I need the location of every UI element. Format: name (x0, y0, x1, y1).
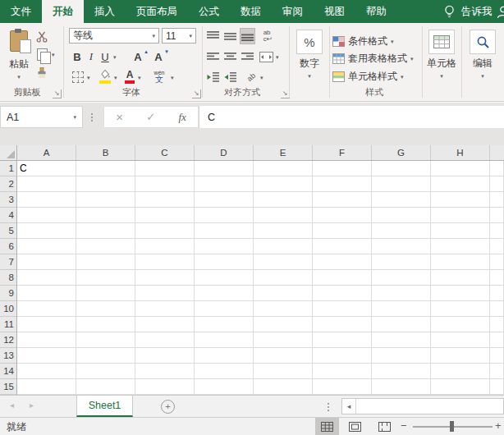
cell-C14[interactable] (135, 364, 195, 379)
cell-F12[interactable] (313, 332, 372, 348)
cell-D5[interactable] (195, 223, 254, 239)
cell-partial-row6[interactable] (490, 239, 504, 254)
cell-A2[interactable] (17, 176, 76, 192)
cell-A9[interactable] (17, 286, 76, 301)
orientation-dropdown-icon[interactable]: ▾ (260, 75, 263, 81)
cell-partial-row8[interactable] (490, 270, 504, 286)
cell-styles-button[interactable]: 单元格样式 ▾ (332, 70, 404, 84)
align-right-button[interactable] (240, 48, 255, 65)
cell-B10[interactable] (76, 301, 135, 317)
tab-scrollbar-splitter[interactable] (328, 401, 329, 413)
cell-C4[interactable] (135, 208, 195, 223)
align-bottom-button[interactable] (240, 28, 255, 44)
phonetic-dropdown-icon[interactable]: ▾ (171, 75, 174, 81)
tab-data[interactable]: 数据 (230, 0, 272, 23)
phonetic-guide-button[interactable]: wén 文 (150, 67, 168, 85)
cell-E4[interactable] (254, 208, 313, 223)
borders-button[interactable] (71, 69, 85, 85)
cell-B13[interactable] (76, 348, 135, 364)
cell-D13[interactable] (195, 348, 254, 364)
cell-F15[interactable] (313, 379, 372, 395)
cell-partial-row4[interactable] (490, 208, 504, 223)
insert-function-icon[interactable]: fx (178, 111, 186, 124)
copy-dropdown-icon[interactable]: ▾ (52, 52, 55, 58)
cell-C5[interactable] (135, 223, 195, 239)
column-header-D[interactable]: D (195, 145, 254, 160)
format-as-table-button[interactable]: 套用表格格式 ▾ (332, 52, 414, 66)
cell-C12[interactable] (135, 332, 195, 348)
cell-E10[interactable] (254, 301, 313, 317)
format-painter-button[interactable] (33, 66, 51, 80)
cell-B6[interactable] (76, 239, 135, 254)
underline-dropdown-icon[interactable]: ▾ (113, 54, 117, 61)
paste-button[interactable]: 粘贴 ▾ (4, 27, 34, 89)
cell-H1[interactable] (431, 161, 490, 176)
number-group-button[interactable]: % 数字 ▾ (293, 30, 326, 80)
font-color-button[interactable]: A (123, 67, 136, 85)
cell-H2[interactable] (431, 176, 490, 192)
borders-dropdown-icon[interactable]: ▾ (87, 75, 90, 81)
cell-G8[interactable] (372, 270, 431, 286)
cell-F4[interactable] (313, 208, 372, 223)
cell-G10[interactable] (372, 301, 431, 317)
cell-G1[interactable] (372, 161, 431, 176)
cell-B1[interactable] (76, 161, 135, 176)
row-header-2[interactable]: 2 (0, 176, 16, 192)
row-header-1[interactable]: 1 (0, 161, 16, 176)
cell-F1[interactable] (313, 161, 372, 176)
align-center-button[interactable] (222, 48, 238, 65)
cell-F3[interactable] (313, 192, 372, 208)
cell-H9[interactable] (431, 286, 490, 301)
cell-C11[interactable] (135, 317, 195, 332)
name-box[interactable]: A1 ▾ (0, 106, 83, 128)
cell-F11[interactable] (313, 317, 372, 332)
cell-H7[interactable] (431, 254, 490, 270)
formula-bar-splitter[interactable] (91, 112, 93, 123)
cell-E14[interactable] (254, 364, 313, 379)
cell-G11[interactable] (372, 317, 431, 332)
cell-partial-row9[interactable] (490, 286, 504, 301)
increase-indent-button[interactable] (222, 69, 238, 85)
cell-G6[interactable] (372, 239, 431, 254)
cell-E8[interactable] (254, 270, 313, 286)
cell-partial-row13[interactable] (490, 348, 504, 364)
cell-B12[interactable] (76, 332, 135, 348)
cell-F10[interactable] (313, 301, 372, 317)
cell-G13[interactable] (372, 348, 431, 364)
cell-A5[interactable] (17, 223, 76, 239)
cell-F8[interactable] (313, 270, 372, 286)
conditional-formatting-button[interactable]: 条件格式 ▾ (332, 34, 394, 48)
cell-G2[interactable] (372, 176, 431, 192)
tab-view[interactable]: 视图 (314, 0, 355, 23)
cell-C2[interactable] (135, 176, 195, 192)
cell-partial-row10[interactable] (490, 301, 504, 317)
decrease-indent-button[interactable] (205, 69, 221, 85)
cell-D6[interactable] (195, 239, 254, 254)
cell-A4[interactable] (17, 208, 76, 223)
font-size-dropdown-icon[interactable]: ▾ (189, 33, 192, 39)
cell-F13[interactable] (313, 348, 372, 364)
cell-A12[interactable] (17, 332, 76, 348)
cell-A10[interactable] (17, 301, 76, 317)
column-header-E[interactable]: E (254, 145, 313, 160)
cell-D3[interactable] (195, 192, 254, 208)
font-color-dropdown-icon[interactable]: ▾ (138, 75, 141, 81)
cell-A1[interactable]: C (17, 161, 76, 176)
sheet-next-icon[interactable]: ▸ (30, 401, 34, 410)
column-header-A[interactable]: A (17, 145, 76, 160)
cell-D1[interactable] (195, 161, 254, 176)
cell-F5[interactable] (313, 223, 372, 239)
cell-B4[interactable] (76, 208, 135, 223)
tab-file[interactable]: 文件 (0, 0, 42, 23)
cells-group-button[interactable]: 单元格 ▾ (425, 30, 458, 80)
cell-C6[interactable] (135, 239, 195, 254)
cell-C3[interactable] (135, 192, 195, 208)
cell-B5[interactable] (76, 223, 135, 239)
row-header-8[interactable]: 8 (0, 270, 16, 286)
column-header-F[interactable]: F (313, 145, 372, 160)
cell-B3[interactable] (76, 192, 135, 208)
cell-D10[interactable] (195, 301, 254, 317)
decrease-font-button[interactable]: A▾ (150, 48, 167, 65)
cell-C1[interactable] (135, 161, 195, 176)
row-header-6[interactable]: 6 (0, 239, 16, 254)
